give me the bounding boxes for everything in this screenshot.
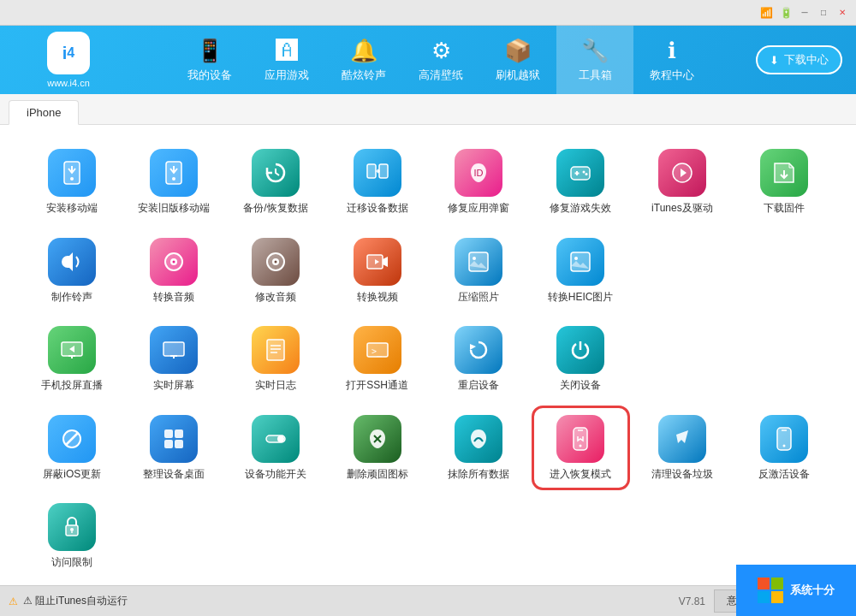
close-button[interactable]: ✕ xyxy=(835,6,849,20)
svg-point-12 xyxy=(583,171,586,174)
tool-recovery-mode[interactable]: 进入恢复模式 xyxy=(534,408,627,489)
tool-audio-edit[interactable]: 修改音频 xyxy=(229,231,323,311)
shutdown-label: 关闭设备 xyxy=(560,379,601,393)
version-label: V7.81 xyxy=(670,595,714,607)
block-update-icon xyxy=(48,415,96,463)
svg-point-25 xyxy=(574,257,578,260)
access-limit-label: 访问限制 xyxy=(51,556,92,570)
ringtone-icon: 🔔 xyxy=(350,38,377,64)
svg-text:>_: >_ xyxy=(372,346,383,357)
wallpaper-label: 高清壁纸 xyxy=(419,68,463,83)
download-center-button[interactable]: ⬇ 下载中心 xyxy=(756,45,842,74)
tool-itunes[interactable]: iTunes及驱动 xyxy=(636,142,729,222)
tool-realtime-log[interactable]: 实时日志 xyxy=(229,319,323,400)
tool-ringtone-make[interactable]: 制作铃声 xyxy=(26,231,119,311)
wipe-data-icon xyxy=(455,415,502,463)
svg-point-57 xyxy=(70,528,74,531)
repair-game-label: 修复游戏失效 xyxy=(550,202,611,216)
tool-ssh[interactable]: >_打开SSH通道 xyxy=(330,319,424,400)
toolbox-label: 工具箱 xyxy=(579,68,612,83)
nav-item-ringtone[interactable]: 🔔酷炫铃声 xyxy=(325,26,402,94)
audio-edit-icon xyxy=(252,238,300,286)
signal-icon: 📶 xyxy=(760,7,773,19)
nav-item-tutorial[interactable]: ℹ教程中心 xyxy=(633,26,710,94)
screen-real-label: 实时屏幕 xyxy=(153,379,194,393)
itunes-warning-icon: ⚠ xyxy=(9,595,18,607)
svg-point-20 xyxy=(274,260,276,263)
migrate-icon xyxy=(354,149,401,197)
system-logo: 系统十分 xyxy=(736,565,856,616)
repair-app-icon: ID xyxy=(455,149,502,197)
firmware-icon xyxy=(760,149,808,197)
tool-compress-photo[interactable]: 压缩照片 xyxy=(432,231,526,311)
header-right: ⬇ 下载中心 xyxy=(745,45,856,74)
tool-row-5: 访问限制 xyxy=(26,496,830,577)
wipe-data-label: 抹除所有数据 xyxy=(448,468,509,482)
svg-rect-6 xyxy=(367,164,376,178)
tool-install-old[interactable]: 安装旧版移动端 xyxy=(128,142,221,222)
main-nav: 📱我的设备🅰应用游戏🔔酷炫铃声⚙高清壁纸📦刷机越狱🔧工具箱ℹ教程中心 xyxy=(137,26,745,94)
tool-row-1: 安装移动端安装旧版移动端备份/恢复数据迁移设备数据ID修复应用弹窗修复游戏失效i… xyxy=(26,142,830,222)
svg-rect-45 xyxy=(175,440,183,448)
ringtone-make-label: 制作铃声 xyxy=(51,291,92,305)
sys-logo-text: 系统十分 xyxy=(790,583,835,598)
tool-firmware[interactable]: 下载固件 xyxy=(737,142,830,222)
shutdown-icon xyxy=(556,326,604,374)
maximize-button[interactable]: □ xyxy=(817,6,830,20)
realtime-log-icon xyxy=(252,326,300,374)
tool-wipe-data[interactable]: 抹除所有数据 xyxy=(432,408,526,489)
tool-shutdown[interactable]: 关闭设备 xyxy=(534,319,627,400)
minimize-button[interactable]: ─ xyxy=(798,6,811,20)
tool-restart[interactable]: 重启设备 xyxy=(432,319,526,400)
block-update-label: 屏蔽iOS更新 xyxy=(43,468,101,482)
backup-label: 备份/恢复数据 xyxy=(243,202,307,216)
svg-marker-38 xyxy=(470,344,476,350)
tool-row-3: 手机投屏直播实时屏幕实时日志>_打开SSH通道重启设备关闭设备 xyxy=(26,319,830,400)
firmware-label: 下载固件 xyxy=(764,202,805,216)
tool-repair-app[interactable]: ID修复应用弹窗 xyxy=(432,142,526,222)
svg-point-1 xyxy=(70,177,74,181)
realtime-log-label: 实时日志 xyxy=(255,379,296,393)
compress-photo-icon xyxy=(455,238,502,286)
audio-edit-label: 修改音频 xyxy=(255,291,296,305)
tool-video-convert[interactable]: 转换视频 xyxy=(330,231,424,311)
device-switch-label: 设备功能开关 xyxy=(245,468,306,482)
tool-delete-stubborn[interactable]: 删除顽固图标 xyxy=(330,408,424,489)
ringtone-make-icon xyxy=(48,238,96,286)
tool-screen-real[interactable]: 实时屏幕 xyxy=(128,319,221,400)
ringtone-label: 酷炫铃声 xyxy=(342,68,386,83)
tool-block-update[interactable]: 屏蔽iOS更新 xyxy=(26,408,119,489)
install-app-icon xyxy=(48,149,96,197)
nav-item-app-game[interactable]: 🅰应用游戏 xyxy=(248,26,325,94)
tool-access-limit[interactable]: 访问限制 xyxy=(26,496,119,577)
nav-item-wallpaper[interactable]: ⚙高清壁纸 xyxy=(402,26,479,94)
itunes-icon xyxy=(658,149,706,197)
tool-activate[interactable]: 反激活设备 xyxy=(737,408,830,489)
nav-item-toolbox[interactable]: 🔧工具箱 xyxy=(556,26,633,94)
tab-iphone[interactable]: iPhone xyxy=(9,100,79,125)
nav-item-jailbreak[interactable]: 📦刷机越狱 xyxy=(479,26,556,94)
tool-screen-live[interactable]: 手机投屏直播 xyxy=(26,319,119,400)
svg-point-4 xyxy=(172,177,175,181)
app-subtitle: www.i4.cn xyxy=(47,78,90,88)
migrate-label: 迁移设备数据 xyxy=(347,202,408,216)
ssh-icon: >_ xyxy=(354,326,401,374)
header: i4 www.i4.cn 📱我的设备🅰应用游戏🔔酷炫铃声⚙高清壁纸📦刷机越狱🔧工… xyxy=(0,26,856,94)
tool-backup[interactable]: 备份/恢复数据 xyxy=(229,142,323,222)
svg-rect-29 xyxy=(163,342,184,356)
tool-clean-junk[interactable]: 清理设备垃圾 xyxy=(636,408,729,489)
download-label: 下载中心 xyxy=(784,52,829,68)
jailbreak-icon: 📦 xyxy=(504,38,532,64)
tool-heic-convert[interactable]: 转换HEIC图片 xyxy=(534,231,627,311)
clean-junk-label: 清理设备垃圾 xyxy=(651,468,713,482)
download-icon: ⬇ xyxy=(770,54,779,67)
restart-label: 重启设备 xyxy=(458,379,499,393)
tool-repair-game[interactable]: 修复游戏失效 xyxy=(534,142,627,222)
nav-item-my-device[interactable]: 📱我的设备 xyxy=(171,26,248,94)
tool-device-switch[interactable]: 设备功能开关 xyxy=(229,408,323,489)
tool-organize-desktop[interactable]: 整理设备桌面 xyxy=(128,408,221,489)
tool-audio-convert[interactable]: 转换音频 xyxy=(128,231,221,311)
tool-migrate[interactable]: 迁移设备数据 xyxy=(330,142,424,222)
svg-rect-32 xyxy=(267,340,284,360)
tool-install-app[interactable]: 安装移动端 xyxy=(26,142,119,222)
